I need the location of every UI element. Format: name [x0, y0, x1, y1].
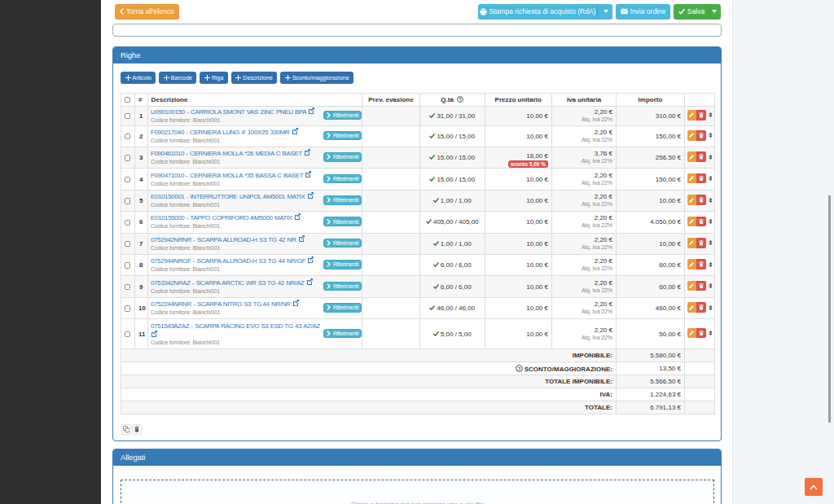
svg-text:?: ?	[517, 366, 520, 370]
svg-text:?: ?	[459, 97, 462, 102]
